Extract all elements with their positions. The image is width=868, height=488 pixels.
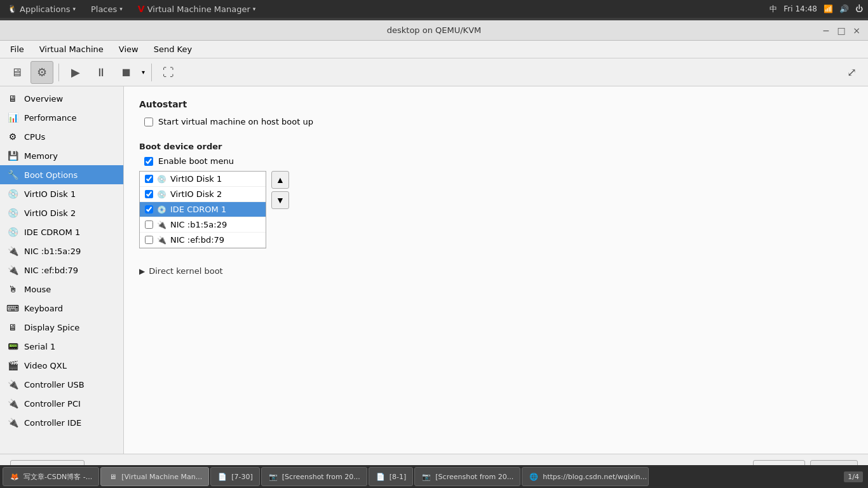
taskbar-item-screenshot2[interactable]: 📷 [Screenshot from 20... xyxy=(414,467,520,486)
nic-b1-icon: 🔌 xyxy=(6,245,19,257)
list-item[interactable]: 💿 VirtIO Disk 1 xyxy=(140,172,266,187)
toolbar-dropdown-arrow-icon[interactable]: ▾ xyxy=(140,67,146,77)
file8-icon: 📄 xyxy=(376,471,386,482)
menu-virtual-machine[interactable]: Virtual Machine xyxy=(34,43,109,56)
taskbar-item-vmm[interactable]: 🖥 [Virtual Machine Man... xyxy=(100,467,209,486)
taskbar-label-screenshot1: [Screenshot from 20... xyxy=(282,473,360,481)
sidebar: 🖥 Overview 📊 Performance ⚙ CPUs 💾 Memory… xyxy=(0,86,124,454)
sidebar-item-serial-1[interactable]: 📟 Serial 1 xyxy=(0,337,123,356)
list-item[interactable]: 💿 IDE CDROM 1 xyxy=(140,202,266,217)
enable-boot-menu-checkbox[interactable] xyxy=(144,157,153,166)
boot-device-checkbox-virtio-disk-1[interactable] xyxy=(145,175,153,183)
boot-device-checkbox-nic-b1[interactable] xyxy=(145,220,153,229)
toolbar-resize-button[interactable]: ⤢ xyxy=(840,61,863,84)
boot-device-checkbox-ide-cdrom-1[interactable] xyxy=(145,205,153,214)
performance-icon: 📊 xyxy=(6,111,19,124)
close-button[interactable]: × xyxy=(850,24,863,37)
sidebar-item-overview[interactable]: 🖥 Overview xyxy=(0,89,123,108)
direct-kernel-boot-expander[interactable]: ▶ Direct kernel boot xyxy=(139,264,853,278)
sidebar-label-performance: Performance xyxy=(24,113,76,123)
autostart-checkbox[interactable] xyxy=(144,118,153,126)
minimize-button[interactable]: − xyxy=(820,24,832,37)
taskbar-label-csdn: https://blog.csdn.net/wqixin... xyxy=(543,473,647,481)
sidebar-item-mouse[interactable]: 🖱 Mouse xyxy=(0,280,123,299)
taskbar-item-file8[interactable]: 📄 [8-1] xyxy=(369,467,414,486)
sidebar-item-nic-b1[interactable]: 🔌 NIC :b1:5a:29 xyxy=(0,241,123,261)
sidebar-item-controller-usb[interactable]: 🔌 Controller USB xyxy=(0,375,123,394)
csdn-icon: 🌐 xyxy=(529,471,539,482)
sidebar-item-memory[interactable]: 💾 Memory xyxy=(0,146,123,165)
autostart-section: Autostart Start virtual machine on host … xyxy=(139,99,853,126)
applications-label: Applications xyxy=(20,4,70,14)
sidebar-label-memory: Memory xyxy=(24,151,58,161)
taskbar-item-screenshot1[interactable]: 📷 [Screenshot from 20... xyxy=(261,467,367,486)
power-icon: ⏻ xyxy=(855,4,863,13)
toolbar-fullscreen-button[interactable]: ⛶ xyxy=(157,61,180,84)
expander-arrow-icon: ▶ xyxy=(139,267,145,276)
virtio-disk-2-list-icon: 💿 xyxy=(157,190,166,199)
taskbar-item-csdn[interactable]: 🌐 https://blog.csdn.net/wqixin... xyxy=(522,467,649,486)
overview-icon: 🖥 xyxy=(6,92,19,105)
taskbar-label-file7: [7-30] xyxy=(231,473,253,481)
boot-device-checkbox-virtio-disk-2[interactable] xyxy=(145,190,153,198)
autostart-checkbox-row: Start virtual machine on host boot up xyxy=(139,117,853,126)
sidebar-item-ide-cdrom-1[interactable]: 💿 IDE CDROM 1 xyxy=(0,222,123,241)
maximize-button[interactable]: □ xyxy=(835,24,848,37)
sidebar-item-virtio-disk-2[interactable]: 💿 VirtIO Disk 2 xyxy=(0,203,123,222)
main-window: desktop on QEMU/KVM − □ × File Virtual M… xyxy=(0,20,868,484)
toolbar-pause-button[interactable]: ⏸ xyxy=(90,61,112,84)
list-item[interactable]: 🔌 NIC :b1:5a:29 xyxy=(140,217,266,233)
content-panel: Autostart Start virtual machine on host … xyxy=(124,86,868,454)
boot-device-order-title: Boot device order xyxy=(139,142,853,151)
toolbar-more-button[interactable]: ▾ xyxy=(140,67,146,77)
toolbar-separator-2 xyxy=(151,64,152,81)
cpus-icon: ⚙ xyxy=(6,130,19,143)
sidebar-item-video-qxl[interactable]: 🎬 Video QXL xyxy=(0,356,123,375)
clock: Fri 14:48 xyxy=(783,4,817,13)
sidebar-label-nic-ef: NIC :ef:bd:79 xyxy=(24,266,78,275)
toolbar-settings-button[interactable]: ⚙ xyxy=(31,61,53,84)
move-down-button[interactable]: ▼ xyxy=(271,191,289,209)
volume-icon: 🔊 xyxy=(839,4,849,13)
sidebar-label-cpus: CPUs xyxy=(24,132,45,142)
sidebar-item-nic-ef[interactable]: 🔌 NIC :ef:bd:79 xyxy=(0,261,123,280)
menu-view[interactable]: View xyxy=(114,43,144,56)
list-item[interactable]: 🔌 NIC :ef:bd:79 xyxy=(140,233,266,248)
controller-pci-icon: 🔌 xyxy=(6,397,19,410)
toolbar-monitor-button[interactable]: 🖥 xyxy=(5,61,28,84)
list-item[interactable]: 💿 VirtIO Disk 2 xyxy=(140,187,266,202)
vmm-taskbar-icon: 🖥 xyxy=(107,471,118,482)
applications-menu[interactable]: 🐧 Applications ▾ xyxy=(5,3,78,15)
top-bar-right: 中 Fri 14:48 📶 🔊 ⏻ xyxy=(770,4,863,15)
taskbar-item-firefox[interactable]: 🦊 写文章-CSDN博客 -... xyxy=(3,467,99,486)
window-title: desktop on QEMU/KVM xyxy=(387,25,482,35)
taskbar-label-file8: [8-1] xyxy=(390,473,407,481)
boot-device-checkbox-nic-ef[interactable] xyxy=(145,236,153,244)
move-up-button[interactable]: ▲ xyxy=(271,171,289,189)
top-bar-left: 🐧 Applications ▾ Places ▾ V Virtual Mach… xyxy=(5,3,759,15)
sidebar-item-controller-pci[interactable]: 🔌 Controller PCI xyxy=(0,394,123,413)
menu-send-key[interactable]: Send Key xyxy=(149,43,197,56)
enable-boot-menu-label[interactable]: Enable boot menu xyxy=(158,156,234,166)
main-content: 🖥 Overview 📊 Performance ⚙ CPUs 💾 Memory… xyxy=(0,86,868,454)
taskbar-item-file7[interactable]: 📄 [7-30] xyxy=(210,467,260,486)
sidebar-item-cpus[interactable]: ⚙ CPUs xyxy=(0,127,123,146)
nic-ef-list-icon: 🔌 xyxy=(157,236,166,245)
toolbar-stop-button[interactable]: ⏹ xyxy=(115,61,138,84)
vmm-menu[interactable]: V Virtual Machine Manager ▾ xyxy=(135,3,259,15)
sidebar-item-virtio-disk-1[interactable]: 💿 VirtIO Disk 1 xyxy=(0,184,123,203)
sidebar-item-performance[interactable]: 📊 Performance xyxy=(0,108,123,127)
input-method: 中 xyxy=(770,4,777,15)
autostart-label[interactable]: Start virtual machine on host boot up xyxy=(158,117,313,126)
sidebar-item-display-spice[interactable]: 🖥 Display Spice xyxy=(0,318,123,337)
sidebar-label-controller-pci: Controller PCI xyxy=(24,399,81,409)
places-menu[interactable]: Places ▾ xyxy=(88,3,125,15)
wifi-icon: 📶 xyxy=(824,4,833,13)
sidebar-label-serial-1: Serial 1 xyxy=(24,342,55,351)
sidebar-item-boot-options[interactable]: 🔧 Boot Options xyxy=(0,165,123,184)
sidebar-item-controller-ide[interactable]: 🔌 Controller IDE xyxy=(0,413,123,432)
sidebar-label-display-spice: Display Spice xyxy=(24,323,79,332)
sidebar-item-keyboard[interactable]: ⌨ Keyboard xyxy=(0,299,123,318)
toolbar-run-button[interactable]: ▶ xyxy=(64,61,87,84)
menu-file[interactable]: File xyxy=(5,43,29,56)
